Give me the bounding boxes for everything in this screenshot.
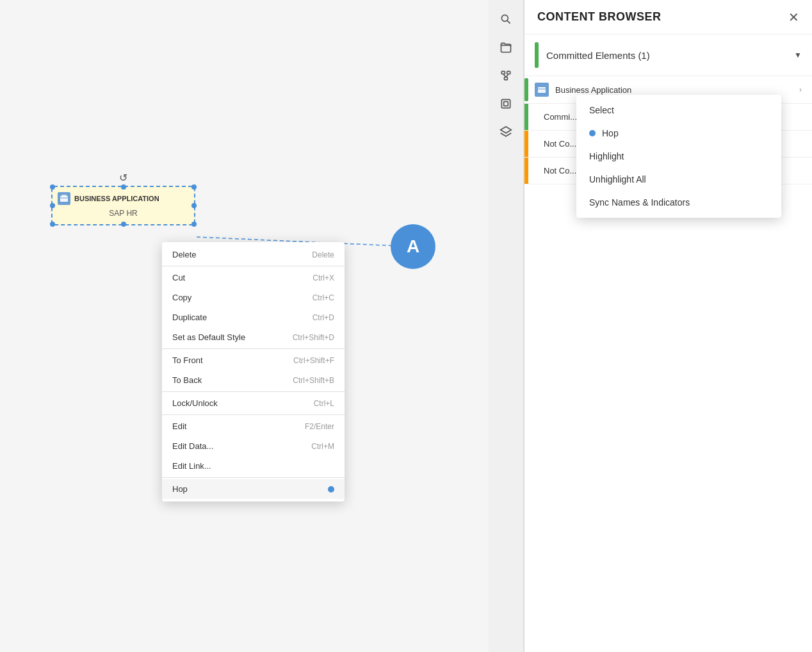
cb-popup-select[interactable]: Select [576, 99, 781, 122]
svg-rect-8 [505, 77, 508, 80]
svg-rect-7 [507, 71, 510, 74]
search-tool-button[interactable] [494, 8, 517, 31]
content-browser-close-button[interactable]: ✕ [788, 11, 799, 24]
hierarchy-tool-button[interactable] [494, 64, 517, 87]
list-item-bar [524, 78, 528, 101]
hop-circle: A [391, 224, 435, 269]
cb-popup-highlight[interactable]: Highlight [576, 145, 781, 168]
context-menu-to-back[interactable]: To Back Ctrl+Shift+B [162, 370, 345, 390]
node-subtitle: SAP HR [58, 208, 189, 219]
context-menu-duplicate[interactable]: Duplicate Ctrl+D [162, 307, 345, 327]
context-menu-divider-3 [162, 391, 345, 392]
cb-row-bar-3 [524, 158, 528, 184]
list-item-arrow: › [799, 85, 802, 94]
canvas: ↺ BUSINESS APPLICATION SAP HR A De [0, 0, 493, 652]
context-menu: Delete Delete Cut Ctrl+X Copy Ctrl+C Dup… [162, 242, 345, 501]
context-menu-hop[interactable]: Hop [162, 479, 345, 499]
context-menu-copy[interactable]: Copy Ctrl+C [162, 288, 345, 307]
hop-dot-indicator [328, 486, 334, 493]
svg-point-4 [501, 15, 508, 21]
cb-row-bar-1 [524, 104, 528, 130]
svg-rect-12 [504, 102, 508, 106]
svg-rect-2 [61, 195, 67, 197]
layers-tool-button[interactable] [494, 120, 517, 143]
cb-row-text-3: Not Co... [544, 166, 576, 175]
node-title: BUSINESS APPLICATION [74, 195, 159, 202]
cb-popup-sync-names[interactable]: Sync Names & Indicators [576, 191, 781, 214]
shape-tool-button[interactable] [494, 92, 517, 115]
svg-rect-14 [538, 87, 546, 93]
dropdown-arrow-icon: ▼ [794, 51, 802, 60]
context-menu-divider-4 [162, 414, 345, 415]
context-menu-cut[interactable]: Cut Ctrl+X [162, 268, 345, 288]
svg-rect-6 [501, 71, 505, 74]
content-browser-title: CONTENT BROWSER [537, 10, 662, 24]
cb-row-text-2: Not Co... [544, 139, 576, 149]
handle-tr [191, 184, 197, 190]
content-browser-header: CONTENT BROWSER ✕ [524, 0, 812, 35]
cb-popup-hop[interactable]: Hop [576, 122, 781, 145]
node-header: BUSINESS APPLICATION [58, 192, 189, 205]
context-menu-divider-1 [162, 266, 345, 266]
handle-bl [50, 222, 55, 227]
diagram-node[interactable]: ↺ BUSINESS APPLICATION SAP HR [51, 186, 195, 225]
svg-rect-1 [60, 196, 68, 202]
context-menu-divider-2 [162, 348, 345, 349]
context-menu-to-front[interactable]: To Front Ctrl+Shift+F [162, 350, 345, 370]
rotate-handle[interactable]: ↺ [119, 172, 127, 184]
list-item-text: Business Application [555, 85, 631, 95]
context-menu-divider-5 [162, 477, 345, 478]
folder-tool-button[interactable] [494, 36, 517, 59]
handle-tm [121, 184, 126, 190]
committed-elements-label: Committed Elements (1) [546, 50, 792, 61]
handle-mr [191, 203, 197, 208]
cb-row-text-1: Commi... [544, 112, 577, 122]
handle-ml [50, 203, 55, 208]
context-menu-edit-link[interactable]: Edit Link... [162, 456, 345, 476]
context-menu-lock[interactable]: Lock/Unlock Ctrl+L [162, 393, 345, 413]
svg-marker-13 [501, 127, 512, 133]
context-menu-edit-data[interactable]: Edit Data... Ctrl+M [162, 436, 345, 456]
context-menu-default-style[interactable]: Set as Default Style Ctrl+Shift+D [162, 327, 345, 347]
cb-context-popup: Select Hop Highlight Unhighlight All Syn… [576, 95, 781, 218]
committed-bar [535, 42, 539, 68]
svg-line-5 [507, 20, 510, 24]
hop-dot-blue-icon [589, 130, 596, 136]
node-icon [58, 192, 70, 205]
cb-popup-unhighlight-all[interactable]: Unhighlight All [576, 168, 781, 191]
handle-tl [50, 184, 55, 190]
cb-row-bar-2 [524, 131, 528, 157]
list-item-icon [535, 83, 549, 97]
toolbar-strip [489, 0, 524, 652]
context-menu-edit[interactable]: Edit F2/Enter [162, 416, 345, 436]
svg-rect-11 [501, 99, 510, 108]
committed-elements-dropdown[interactable]: Committed Elements (1) ▼ [524, 35, 812, 76]
context-menu-delete[interactable]: Delete Delete [162, 245, 345, 265]
handle-br [191, 222, 197, 227]
handle-bm [121, 222, 126, 227]
